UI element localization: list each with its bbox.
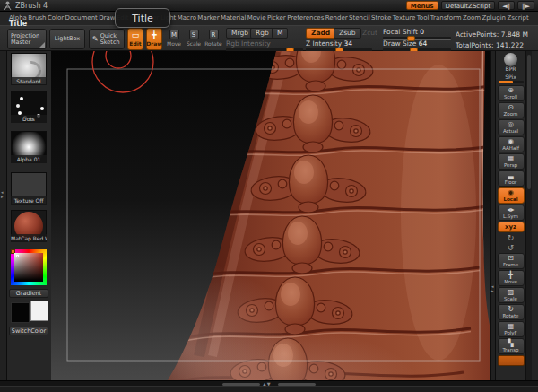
polyframe-icon: ▦ [508,323,515,330]
tooltip: Title [115,8,170,28]
rs-aahalf-button[interactable]: ◉AAHalf [498,136,525,152]
right-shelf-scrollbar[interactable] [525,51,532,380]
right-tray-toggle-icon[interactable]: ◂▸ [491,284,494,293]
active-points-readout: ActivePoints: 7.848 M [456,30,528,39]
draw-button[interactable]: ╋ Draw [146,28,162,50]
menu-document[interactable]: Document [65,14,98,22]
current-texture-thumbnail[interactable]: Texture Off [11,172,47,205]
menu-render[interactable]: Render [325,14,348,22]
rs-transp-button[interactable]: ▚Transp [498,338,525,354]
menu-zplugin[interactable]: Zplugin [482,14,506,22]
color-picker-square[interactable] [11,249,47,285]
menu-draw[interactable]: Draw [99,14,115,22]
perspective-icon: ▦ [508,155,515,162]
menu-texture[interactable]: Texture [393,14,416,22]
rs-floor-button[interactable]: ▃Floor [498,170,525,187]
rs-local-button[interactable]: ◉Local [498,187,525,204]
left-shelf: Standard Dots Alpha 01 Texture Off MatCa… [7,51,51,380]
quick-sketch-button[interactable]: ✎ Quick Sketch [89,29,125,49]
rs-move-button[interactable]: ╋Move [498,270,525,286]
menu-preferences[interactable]: Preferences [287,14,324,22]
sculpt-viewport [51,51,490,380]
main-color-swatch[interactable] [11,302,30,323]
menubar: AlphaBrushColorDocumentDrawEditFileLayer… [0,12,538,24]
draw-size-slider[interactable]: Draw Size 64 [383,39,451,52]
color-picker[interactable] [11,249,47,285]
rotate-button[interactable]: R Rotate [205,30,221,47]
current-brush-thumbnail[interactable]: Standard [11,53,47,85]
menu-zoom[interactable]: Zoom [463,14,481,22]
m-button[interactable]: M [272,28,288,39]
spix-slider[interactable] [499,81,524,83]
rs-scroll-button[interactable]: ⊕Scroll [498,85,525,101]
move-button[interactable]: M Move [166,30,182,47]
rs-zoom-button[interactable]: ⊙Zoom [498,102,525,118]
menus-button[interactable]: Menus [406,1,438,10]
scale-button[interactable]: S Scale [186,30,202,47]
rs-lsym-button[interactable]: ◂▸L.Sym [498,205,525,221]
local-pivot-icon: ◉ [508,189,514,196]
z-rotation-icon[interactable]: ↺ [498,243,525,252]
menu-material[interactable]: Material [221,14,246,22]
left-tray-divider[interactable]: ◂▸ [0,51,7,380]
gradient-row: Gradient [9,289,45,298]
scroll-left-button[interactable]: ◄‖ [498,1,515,10]
rs-scale-button[interactable]: ▨Scale [498,287,525,303]
panel-title: Title [9,20,27,28]
right-outer-strip [532,51,538,380]
transparency-icon: ▚ [508,340,513,347]
rgb-intensity-slider[interactable]: Rgb Intensity [226,39,303,52]
secondary-color-swatch[interactable] [30,301,48,321]
rgb-button[interactable]: Rgb [250,28,274,39]
titlebar: ZBrush 4 Menus DefaultZScript ◄‖ ‖► [0,0,538,12]
scroll-right-button[interactable]: ‖► [517,1,534,10]
bpr-render-icon [504,53,517,66]
focal-shift-slider[interactable]: Focal Shift 0 [383,28,451,40]
picker-marker-icon [16,255,19,257]
current-material-thumbnail[interactable]: MatCap Red Wa [11,210,47,242]
menu-stencil[interactable]: Stencil [349,14,370,22]
rs-xyz-button[interactable]: xyz [498,222,525,232]
rs-rotate-button[interactable]: ↻Rotate [498,304,525,320]
menu-stroke[interactable]: Stroke [371,14,391,22]
move-icon: ╋ [508,272,513,279]
ghost-button-partial[interactable] [498,355,525,366]
rs-actual-button[interactable]: ◎Actual [498,119,525,135]
menu-color[interactable]: Color [48,14,64,22]
zcut-button[interactable]: Zcut [358,28,382,39]
pencil-icon: ✎ [92,36,99,42]
menu-movie[interactable]: Movie [247,14,266,22]
rs-spix-button[interactable]: SPix [498,73,525,84]
current-stroke-thumbnail[interactable]: Dots [11,91,47,123]
y-rotation-icon[interactable]: ↻ [498,233,525,242]
color-swatches [11,301,47,324]
document-canvas[interactable] [51,51,490,380]
move-icon: M [169,30,179,39]
rs-persp-button[interactable]: ▦Persp [498,153,525,170]
current-alpha-thumbnail[interactable]: Alpha 01 [11,131,47,163]
edit-rect-icon: ▭ [132,31,140,39]
menu-zscript[interactable]: Zscript [507,14,528,22]
menu-transform[interactable]: Transform [430,14,462,22]
default-zscript-button[interactable]: DefaultZScript [441,1,496,10]
menu-brush[interactable]: Brush [28,14,46,22]
edit-button[interactable]: ▭ Edit [127,28,143,50]
rs-polyf-button[interactable]: ▦PolyF [498,321,525,337]
menu-picker[interactable]: Picker [267,14,286,22]
zsub-button[interactable]: Zsub [334,28,361,39]
switch-color-button[interactable]: SwitchColor [9,327,48,335]
lightbox-button[interactable]: LightBox [49,29,85,49]
projection-master-button[interactable]: Projection Master [7,29,47,49]
menu-macro[interactable]: Macro [178,14,196,22]
scale-icon: S [189,30,199,39]
left-tray-toggle-icon[interactable]: ◂▸ [1,190,4,199]
gradient-button[interactable]: Gradient [9,289,48,298]
right-shelf: BPRSPix⊕Scroll⊙Zoom◎Actual◉AAHalf▦Persp▃… [496,51,525,380]
menu-tool[interactable]: Tool [417,14,430,22]
rs-bpr-button[interactable]: BPR [498,52,525,72]
menu-marker[interactable]: Marker [197,14,219,22]
z-intensity-slider[interactable]: Z Intensity 34 [306,39,372,52]
rs-frame-button[interactable]: ⊡Frame [498,253,525,269]
zadd-button[interactable]: Zadd [306,28,335,39]
scale-icon: ▨ [508,289,515,296]
